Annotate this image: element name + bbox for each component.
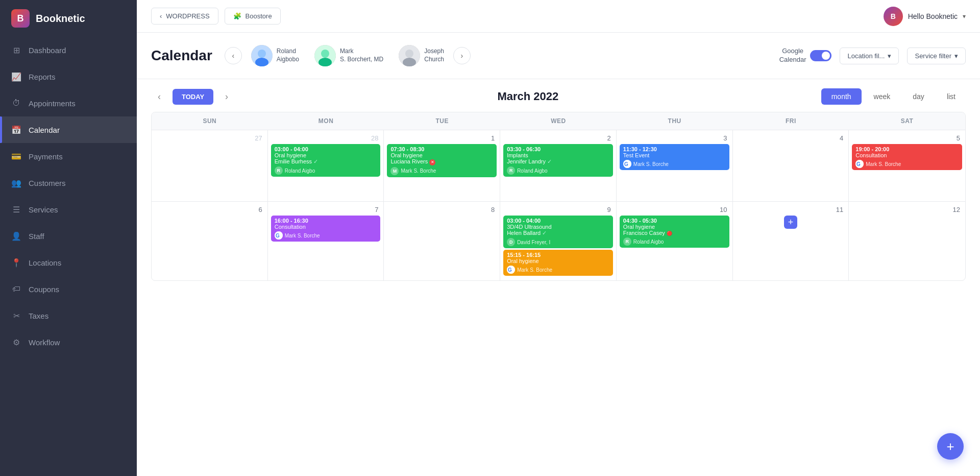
user-greeting: Hello Booknetic <box>908 12 958 20</box>
calendar-cell-w1-d5[interactable]: 11+ <box>733 202 849 280</box>
event-staff-info: R Roland Aigbo <box>623 237 726 246</box>
calendar-cell-w1-d0[interactable]: 6 <box>152 202 268 280</box>
sidebar-item-locations[interactable]: 📍 Locations <box>0 249 137 276</box>
sidebar-item-services[interactable]: ☰ Services <box>0 196 137 223</box>
calendar-cell-w0-d1[interactable]: 2803:00 - 04:00Oral hygieneEmilie Burhes… <box>268 130 384 201</box>
calendar-cell-w0-d4[interactable]: 311:30 - 12:30Test Event G Mark S. Borch… <box>617 130 733 201</box>
main-content: ‹ WORDPRESS 🧩 Boostore B Hello Booknetic… <box>137 0 980 476</box>
event-service: Oral hygieneLuciana Rivers ✕ <box>390 152 493 165</box>
event-time: 07:30 - 08:30 <box>390 146 493 152</box>
chevron-down-icon: ▾ <box>963 13 966 20</box>
calendar-cell-w0-d5[interactable]: 4 <box>733 130 849 201</box>
sidebar-item-calendar[interactable]: 📅 Calendar <box>0 116 137 143</box>
svg-point-1 <box>258 50 266 58</box>
event-service: 3D/4D UltrasoundHelen Ballard ✓ <box>507 224 609 236</box>
day-number: 10 <box>620 206 729 213</box>
google-calendar-toggle[interactable] <box>810 50 831 61</box>
event-time: 03:00 - 04:00 <box>275 146 377 152</box>
sidebar-logo: B Booknetic <box>0 0 137 37</box>
event-staff-name: Roland Aigbo <box>285 168 315 174</box>
location-filter-button[interactable]: Location fil... ▾ <box>840 47 899 64</box>
location-filter-chevron-icon: ▾ <box>888 52 891 60</box>
event-item-w0-d4-e0[interactable]: 11:30 - 12:30Test Event G Mark S. Borche <box>620 144 729 170</box>
event-staff-name: Roland Aigbo <box>517 168 548 174</box>
calendar-cell-w0-d2[interactable]: 107:30 - 08:30Oral hygieneLuciana Rivers… <box>384 130 500 201</box>
event-item-w1-d4-e0[interactable]: 04:30 - 05:30Oral hygieneFrancisco Casey… <box>620 216 729 248</box>
event-staff-avatar: D <box>507 238 515 246</box>
add-appointment-fab[interactable]: + <box>937 433 964 460</box>
sidebar-item-workflow[interactable]: ⚙ Workflow <box>0 329 137 355</box>
event-staff-avatar: G <box>623 160 631 168</box>
event-staff-info: R Roland Aigbo <box>275 166 377 175</box>
sidebar-item-coupons[interactable]: 🏷 Coupons <box>0 276 137 302</box>
add-event-button-w1-d5[interactable]: + <box>784 216 797 229</box>
calendar-week-0: 272803:00 - 04:00Oral hygieneEmilie Burh… <box>152 130 965 202</box>
calendar-cell-w1-d6[interactable]: 12 <box>849 202 965 280</box>
event-item-w0-d3-e0[interactable]: 03:30 - 06:30ImplantsJennifer Landry ✓ R… <box>503 144 613 177</box>
day-header-thu: THU <box>617 112 733 130</box>
event-item-w0-d2-e0[interactable]: 07:30 - 08:30Oral hygieneLuciana Rivers … <box>387 144 497 177</box>
service-filter-button[interactable]: Service filter ▾ <box>907 47 966 64</box>
calendar-cell-w0-d6[interactable]: 519:00 - 20:00Consultation G Mark S. Bor… <box>849 130 965 201</box>
today-button[interactable]: TODAY <box>173 89 213 105</box>
event-staff-info: R Roland Aigbo <box>507 166 609 175</box>
view-tab-month[interactable]: month <box>821 88 862 105</box>
event-staff-info: G Mark S. Borche <box>275 231 377 240</box>
view-tab-day[interactable]: day <box>902 88 935 105</box>
sidebar-label-services: Services <box>29 205 58 214</box>
sidebar-item-staff[interactable]: 👤 Staff <box>0 223 137 249</box>
calendar-cell-w1-d2[interactable]: 8 <box>384 202 500 280</box>
calendar-body: ‹ TODAY › March 2022 monthweekdaylist SU… <box>137 79 980 476</box>
sidebar-icon-coupons: 🏷 <box>11 284 21 294</box>
event-item-w0-d1-e0[interactable]: 03:00 - 04:00Oral hygieneEmilie Burhess … <box>271 144 381 177</box>
sidebar-label-locations: Locations <box>29 258 61 267</box>
sidebar-item-appointments[interactable]: ⏱ Appointments <box>0 90 137 116</box>
day-number: 8 <box>387 206 497 213</box>
view-tab-week[interactable]: week <box>864 88 901 105</box>
event-service: Oral hygieneEmilie Burhess ✓ <box>275 152 377 165</box>
wordpress-button[interactable]: ‹ WORDPRESS <box>151 8 218 25</box>
event-customer: Jennifer Landry <box>507 158 546 164</box>
user-avatar: B <box>884 7 903 26</box>
sidebar-item-dashboard[interactable]: ⊞ Dashboard <box>0 37 137 63</box>
day-number: 7 <box>271 206 381 213</box>
user-menu[interactable]: B Hello Booknetic ▾ <box>884 7 966 26</box>
boostore-button[interactable]: 🧩 Boostore <box>225 8 281 25</box>
staff-item-roland[interactable]: RolandAigbobo <box>245 42 305 69</box>
view-tab-list[interactable]: list <box>937 88 966 105</box>
staff-item-joseph[interactable]: JosephChurch <box>393 42 450 69</box>
sidebar-icon-appointments: ⏱ <box>11 98 21 108</box>
next-month-button[interactable]: › <box>218 88 235 105</box>
day-header-sun: SUN <box>152 112 268 130</box>
day-number: 5 <box>852 134 962 142</box>
staff-avatar-joseph <box>399 45 420 66</box>
staff-item-mark[interactable]: MarkS. Borchert, MD <box>308 42 389 69</box>
event-item-w1-d3-e1[interactable]: 15:15 - 16:15Oral hygiene G Mark S. Borc… <box>503 250 613 276</box>
sidebar-item-customers[interactable]: 👥 Customers <box>0 170 137 196</box>
calendar-cell-w0-d3[interactable]: 203:30 - 06:30ImplantsJennifer Landry ✓ … <box>500 130 617 201</box>
event-staff-avatar: M <box>390 167 399 175</box>
calendar-cell-w0-d0[interactable]: 27 <box>152 130 268 201</box>
event-service: Oral hygiene <box>507 258 609 264</box>
carousel-next-button[interactable]: › <box>453 47 471 64</box>
sidebar-item-taxes[interactable]: ✂ Taxes <box>0 302 137 329</box>
event-time: 19:00 - 20:00 <box>855 146 959 152</box>
staff-avatar-roland <box>251 45 273 66</box>
sidebar-item-reports[interactable]: 📈 Reports <box>0 63 137 90</box>
carousel-prev-button[interactable]: ‹ <box>225 47 242 64</box>
calendar-cell-w1-d1[interactable]: 716:00 - 16:30Consultation G Mark S. Bor… <box>268 202 384 280</box>
svg-text:G: G <box>508 267 512 273</box>
calendar-cell-w1-d3[interactable]: 903:00 - 04:003D/4D UltrasoundHelen Ball… <box>500 202 617 280</box>
sidebar-icon-staff: 👤 <box>11 231 21 241</box>
staff-name-mark: MarkS. Borchert, MD <box>340 47 383 63</box>
prev-month-button[interactable]: ‹ <box>151 88 167 105</box>
event-service: ImplantsJennifer Landry ✓ <box>507 152 609 165</box>
event-staff-name: Mark S. Borche <box>285 233 320 239</box>
event-item-w1-d3-e0[interactable]: 03:00 - 04:003D/4D UltrasoundHelen Balla… <box>503 216 613 248</box>
event-staff-avatar: G <box>855 160 864 168</box>
event-item-w0-d6-e0[interactable]: 19:00 - 20:00Consultation G Mark S. Borc… <box>852 144 962 170</box>
sidebar-item-payments[interactable]: 💳 Payments <box>0 143 137 170</box>
event-item-w1-d1-e0[interactable]: 16:00 - 16:30Consultation G Mark S. Borc… <box>271 216 381 242</box>
svg-text:G: G <box>276 233 280 239</box>
calendar-cell-w1-d4[interactable]: 1004:30 - 05:30Oral hygieneFrancisco Cas… <box>617 202 733 280</box>
